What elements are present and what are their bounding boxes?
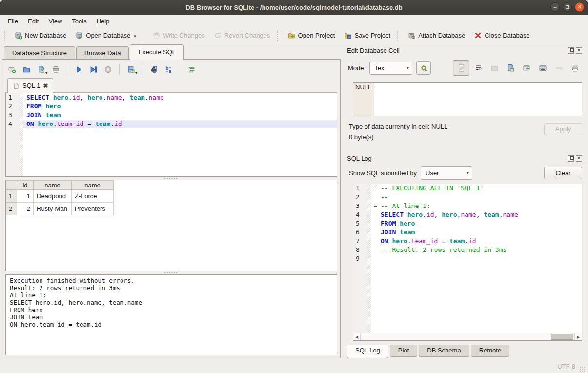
close-panel-icon[interactable]: ✕ <box>576 155 582 162</box>
code-line[interactable]: 5FROM hero <box>353 219 582 228</box>
open-project-button[interactable]: Open Project <box>284 30 339 41</box>
link-cell-button[interactable] <box>535 61 550 75</box>
code-text: JOIN team <box>378 228 582 237</box>
menu-edit[interactable]: Edit <box>23 16 43 27</box>
export-icon <box>523 64 531 72</box>
table-cell[interactable]: Z-Force <box>72 190 114 203</box>
code-line[interactable]: 7ON hero.team_id = team.id <box>353 237 582 246</box>
execute-line-button[interactable] <box>87 63 100 76</box>
print-button[interactable] <box>49 63 62 76</box>
bottom-tab-sql-log[interactable]: SQL Log <box>347 345 388 358</box>
sql-toolbar-separator <box>142 64 142 75</box>
cell-value-editor[interactable]: NULL <box>353 82 582 116</box>
save-project-button[interactable]: Save Project <box>340 30 394 41</box>
results-corner-header[interactable] <box>6 181 17 190</box>
sql-editor[interactable]: 1SELECT hero.id, hero.name, team.name2FR… <box>5 93 337 177</box>
fold-marker[interactable] <box>371 184 378 193</box>
table-cell[interactable]: Deadpond <box>34 190 72 203</box>
code-line[interactable]: 6JOIN team <box>353 228 582 237</box>
table-cell[interactable]: 1 <box>17 190 34 203</box>
menu-file[interactable]: File <box>3 16 23 27</box>
menu-help[interactable]: Help <box>92 16 115 27</box>
export-cell-button[interactable] <box>519 61 534 75</box>
code-line[interactable]: 8-- Result: 2 rows returned in 3ms <box>353 246 582 254</box>
bottom-tab-plot[interactable]: Plot <box>390 345 417 357</box>
row-header[interactable]: 2 <box>6 203 17 215</box>
column-header-id[interactable]: id <box>17 181 34 190</box>
code-line[interactable]: 1-- EXECUTING ALL IN 'SQL 1' <box>353 184 582 193</box>
menu-view[interactable]: View <box>43 16 67 27</box>
import-cell-button[interactable] <box>503 61 518 75</box>
tab-browse-data[interactable]: Browse Data <box>76 46 129 60</box>
scrollbar-track[interactable] <box>361 333 574 340</box>
encoding-indicator[interactable]: UTF-8 <box>557 363 575 370</box>
fold-marker[interactable] <box>371 202 378 210</box>
code-line[interactable]: 3-- At line 1: <box>353 202 582 210</box>
code-line[interactable]: 3JOIN team <box>6 111 337 120</box>
resize-grip[interactable] <box>579 366 586 373</box>
float-panel-icon[interactable] <box>568 155 574 162</box>
code-line[interactable]: 4ON hero.team_id = team.id <box>6 120 337 128</box>
toolbar-handle[interactable] <box>397 31 401 41</box>
close-button[interactable]: ✕ <box>575 2 584 12</box>
minimize-button[interactable]: – <box>550 2 560 12</box>
open-database-button[interactable]: Open Database ▾ <box>71 30 140 41</box>
table-row[interactable]: 11DeadpondZ-Force <box>6 190 114 203</box>
sql-toolbar: ▾ <box>5 62 337 77</box>
bottom-tab-db-schema[interactable]: DB Schema <box>419 345 469 357</box>
cell-editor-icons <box>453 60 582 76</box>
text-mode-button[interactable] <box>453 60 469 76</box>
find-button[interactable] <box>147 63 160 76</box>
toolbar-handle[interactable] <box>4 31 7 41</box>
mode-combobox[interactable]: Text ▾ <box>369 62 412 75</box>
execute-all-button[interactable] <box>72 63 85 76</box>
tab-execute-sql[interactable]: Execute SQL <box>130 44 184 60</box>
open-database-dropdown-icon[interactable]: ▾ <box>134 34 136 40</box>
code-line[interactable]: 1SELECT hero.id, hero.name, team.name <box>6 93 337 102</box>
fold-marker[interactable] <box>371 193 378 202</box>
code-line[interactable]: 2-- <box>353 193 582 202</box>
maximize-button[interactable] <box>563 2 572 12</box>
print-cell-button[interactable] <box>568 61 582 75</box>
sql-doc-tab-close-icon[interactable]: ✖ <box>43 83 48 89</box>
table-cell[interactable]: 2 <box>17 203 34 215</box>
results-table[interactable]: idnamename11DeadpondZ-Force22Rusty-ManPr… <box>6 180 114 215</box>
row-header[interactable]: 1 <box>6 190 17 203</box>
save-sql-dropdown-icon[interactable]: ▾ <box>45 71 47 75</box>
tab-database-structure[interactable]: Database Structure <box>4 46 75 60</box>
save-results-button[interactable]: ▾ <box>124 63 137 76</box>
open-sql-file-button[interactable] <box>20 63 33 76</box>
clear-log-button[interactable]: Clear <box>544 167 582 179</box>
scrollbar-thumb[interactable] <box>551 334 573 340</box>
sql-toolbar-separator <box>119 64 120 75</box>
sql-doc-tab[interactable]: SQL 1 ✖ <box>7 78 53 93</box>
save-sql-file-button[interactable]: ▾ <box>35 63 47 76</box>
code-line[interactable]: 4SELECT hero.id, hero.name, team.name <box>353 210 582 219</box>
table-row[interactable]: 22Rusty-ManPreventers <box>6 203 114 215</box>
replace-button[interactable]: ba <box>162 63 175 76</box>
save-results-dropdown-icon[interactable]: ▾ <box>135 71 137 75</box>
scroll-right-arrow-icon[interactable]: ▶ <box>574 333 582 340</box>
sql-log-view[interactable]: 1-- EXECUTING ALL IN 'SQL 1'2--3-- At li… <box>353 184 582 341</box>
word-wrap-button[interactable] <box>471 61 486 75</box>
scroll-left-arrow-icon[interactable]: ◀ <box>353 333 361 340</box>
auto-switch-mode-button[interactable] <box>416 61 431 75</box>
format-sql-button[interactable] <box>185 63 198 76</box>
log-horizontal-scrollbar[interactable]: ◀ ▶ <box>353 333 582 340</box>
bottom-tab-remote[interactable]: Remote <box>471 345 510 357</box>
table-cell[interactable]: Rusty-Man <box>34 203 72 215</box>
submitted-by-combobox[interactable]: User ▾ <box>421 166 472 180</box>
code-line[interactable]: 9 <box>353 254 582 263</box>
new-tab-button[interactable] <box>5 63 18 76</box>
toolbar-handle[interactable] <box>277 31 281 41</box>
column-header-name[interactable]: name <box>34 181 72 190</box>
table-cell[interactable]: Preventers <box>72 203 114 215</box>
attach-database-button[interactable]: Attach Database <box>404 30 469 41</box>
column-header-name[interactable]: name <box>72 181 114 190</box>
new-database-button[interactable]: New Database <box>10 30 70 41</box>
close-panel-icon[interactable]: ✕ <box>576 47 582 54</box>
menu-tools[interactable]: Tools <box>67 16 91 27</box>
float-panel-icon[interactable] <box>568 47 574 54</box>
code-line[interactable]: 2FROM hero <box>6 102 337 111</box>
close-database-button[interactable]: Close Database <box>470 30 534 41</box>
